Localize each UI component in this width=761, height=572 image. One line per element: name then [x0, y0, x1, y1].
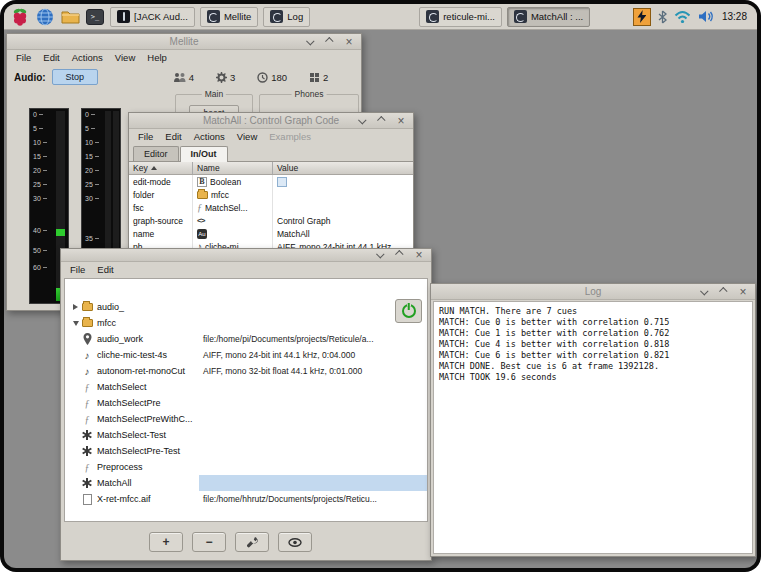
clock-icon [257, 72, 268, 83]
log-output[interactable]: RUN MATCH. There are 7 cues MATCH: Cue 0… [433, 301, 753, 554]
menu-actions[interactable]: Actions [188, 131, 231, 142]
menu-file[interactable]: File [10, 52, 37, 63]
maximize-button[interactable] [395, 250, 405, 260]
terminal-launcher[interactable] [85, 7, 105, 27]
tree-row[interactable]: audio_ [65, 299, 427, 315]
menu-help[interactable]: Help [141, 52, 173, 63]
tree-row[interactable]: audio_work file:/home/pi/Documents/proje… [65, 331, 427, 347]
web-browser-globe-icon[interactable] [35, 7, 55, 27]
tree-row[interactable]: MatchSelectPre [65, 395, 427, 411]
table-row[interactable]: fsc MatchSel... [129, 201, 413, 214]
low-voltage-warning-icon[interactable] [633, 8, 651, 26]
raspberry-icon [12, 8, 28, 26]
table-row[interactable]: edit-mode Boolean [129, 175, 413, 188]
tab-editor[interactable]: Editor [133, 146, 179, 161]
menu-edit[interactable]: Edit [159, 131, 187, 142]
taskbar-task-mellite[interactable]: Mellite [200, 7, 258, 27]
table-row[interactable]: name MatchAll [129, 227, 413, 240]
file-icon [80, 494, 94, 505]
table-row[interactable]: folder mfcc [129, 188, 413, 201]
taskbar-task-matchall[interactable]: MatchAll : ... [507, 7, 590, 27]
value-cell: Control Graph [273, 214, 413, 227]
fscape-icon [80, 414, 94, 425]
mellite-toolbar: Audio: Stop 4 3 [7, 65, 361, 89]
taskbar-task-log[interactable]: Log [263, 7, 310, 27]
edit-mode-checkbox[interactable] [277, 177, 287, 187]
chevron-up-icon [719, 287, 727, 295]
tree-row[interactable]: MatchSelectPre-Test [65, 443, 427, 459]
menu-actions[interactable]: Actions [66, 52, 109, 63]
row-label: MatchSelect [97, 382, 147, 392]
table-row[interactable]: graph-source Control Graph [129, 214, 413, 227]
stat-value: 2 [323, 72, 328, 83]
tree-row-selected[interactable]: MatchAll [65, 475, 427, 491]
tree-row[interactable]: mfcc [65, 315, 427, 331]
add-button[interactable]: + [149, 532, 183, 552]
maximize-button[interactable] [325, 37, 335, 47]
control-icon [80, 446, 94, 456]
file-manager-icon[interactable] [60, 7, 80, 27]
menu-file[interactable]: File [132, 131, 159, 142]
code-icon [197, 216, 204, 225]
row-label: autonom-ret-monoCut [97, 366, 185, 376]
browser-titlebar[interactable]: × [61, 249, 431, 262]
matchall-titlebar[interactable]: MatchAll : Control Graph Code × [129, 113, 413, 129]
close-button[interactable]: × [396, 116, 406, 126]
remove-button[interactable]: − [192, 532, 226, 552]
maximize-button[interactable] [719, 287, 729, 297]
menu-view[interactable]: View [231, 131, 263, 142]
menu-edit[interactable]: Edit [91, 264, 119, 275]
menu-view[interactable]: View [109, 52, 141, 63]
wifi-icon[interactable] [674, 10, 691, 23]
expander-collapsed-icon[interactable] [71, 304, 80, 310]
column-header-name[interactable]: Name [193, 162, 273, 174]
tree-row[interactable]: MatchSelect-Test [65, 427, 427, 443]
tree-row[interactable]: MatchSelectPreWithC... [65, 411, 427, 427]
mellite-titlebar[interactable]: Mellite × [7, 34, 361, 50]
column-header-key[interactable]: Key [129, 162, 193, 174]
expander-expanded-icon[interactable] [71, 321, 80, 326]
boot-server-button[interactable] [395, 299, 422, 323]
close-button[interactable]: × [344, 37, 354, 47]
minimize-button[interactable] [700, 287, 710, 297]
tree-row[interactable]: X-ret-mfcc.aif file:/home/hhrutz/Documen… [65, 491, 427, 507]
close-icon: × [397, 115, 404, 127]
log-line: MATCH: Cue 1 is better with correlation … [439, 328, 747, 339]
name-cell: Boolean [193, 175, 273, 188]
tab-in-out[interactable]: In/Out [180, 146, 228, 161]
meter-tick-label: 30 [33, 195, 47, 202]
meter-tick-label: 10 [85, 139, 99, 146]
taskbar-task-jack[interactable]: [JACK Aud... [110, 7, 195, 27]
meter-tick-label: 0 [33, 111, 43, 118]
audio-stop-button[interactable]: Stop [52, 69, 98, 85]
row-label: MatchSelect-Test [97, 430, 166, 440]
tree-row[interactable]: cliche-mic-test-4s AIFF, mono 24-bit int… [65, 347, 427, 363]
taskbar-task-reticule[interactable]: reticule-mi... [419, 7, 502, 27]
minimize-button[interactable] [306, 37, 316, 47]
close-button[interactable]: × [738, 287, 748, 297]
column-header-value[interactable]: Value [273, 162, 413, 174]
menu-examples[interactable]: Examples [263, 131, 317, 142]
menu-edit[interactable]: Edit [37, 52, 65, 63]
tree-row[interactable]: MatchSelect [65, 379, 427, 395]
menu-file[interactable]: File [64, 264, 91, 275]
minimize-button[interactable] [358, 116, 368, 126]
close-button[interactable]: × [414, 250, 424, 260]
edit-button[interactable] [235, 532, 269, 552]
volume-icon[interactable] [698, 10, 715, 23]
maximize-button[interactable] [377, 116, 387, 126]
view-button[interactable] [278, 532, 312, 552]
browser-toolbar: + − [61, 524, 431, 560]
chevron-down-icon [700, 287, 708, 295]
users-icon [173, 72, 186, 82]
bluetooth-icon[interactable] [658, 10, 667, 24]
tree-row[interactable]: Preprocess [65, 459, 427, 475]
minimize-button[interactable] [376, 250, 386, 260]
folder-icon [61, 9, 80, 24]
log-line: MATCH: Cue 4 is better with correlation … [439, 339, 747, 350]
raspberry-menu-icon[interactable] [10, 7, 30, 27]
tree-row[interactable]: autonom-ret-monoCut AIFF, mono 32-bit fl… [65, 363, 427, 379]
workspace-browser-window: × File Edit audio_ mfcc [60, 248, 432, 561]
lightning-icon [637, 10, 646, 23]
log-titlebar[interactable]: Log × [431, 284, 755, 300]
